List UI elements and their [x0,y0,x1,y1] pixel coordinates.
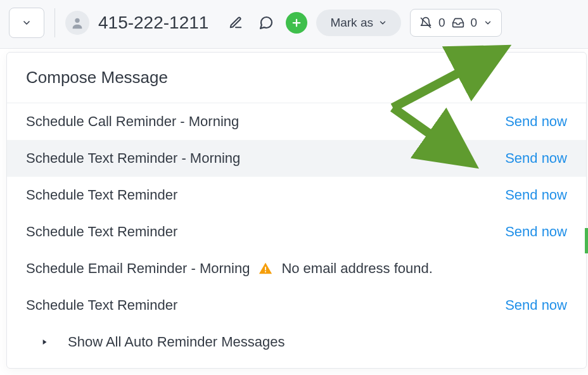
reminder-label: Schedule Text Reminder [26,297,177,314]
chevron-down-icon [378,18,387,27]
warning-icon [259,262,272,276]
mark-as-label: Mark as [330,16,373,30]
plus-icon [291,17,302,29]
reminder-label: Schedule Text Reminder [26,224,177,240]
send-now-link[interactable]: Send now [505,297,567,314]
counters-dropdown[interactable]: 0 0 [410,9,502,37]
chat-bubble-icon [259,15,274,30]
send-now-link[interactable]: Send now [505,150,567,167]
send-now-link[interactable]: Send now [505,113,567,130]
pencil-icon [229,16,243,30]
reminder-row[interactable]: Schedule Text Reminder Send now [7,177,586,213]
reminder-label: Schedule Call Reminder - Morning [26,113,239,130]
reminder-row[interactable]: Schedule Call Reminder - Morning Send no… [7,103,586,140]
person-icon [70,16,84,30]
caret-right-icon [40,338,49,346]
reminder-row[interactable]: Schedule Text Reminder Send now [7,213,586,250]
svg-marker-6 [43,340,47,345]
reminder-label: Schedule Email Reminder - Morning [26,260,250,277]
warning-text: No email address found. [281,260,432,277]
phone-number: 415-222-1211 [98,13,208,33]
panel-title: Compose Message [7,53,586,103]
reminder-count: 0 [438,16,445,30]
avatar [65,11,89,35]
reminder-row[interactable]: Schedule Text Reminder Send now [7,287,586,324]
svg-point-0 [75,18,79,23]
bell-off-icon [419,16,432,29]
show-all-label: Show All Auto Reminder Messages [68,334,284,350]
add-button[interactable] [286,12,307,34]
svg-rect-4 [265,267,266,270]
inbox-icon [452,16,464,29]
inbox-count: 0 [471,16,478,30]
chevron-down-icon [22,18,32,28]
reminder-label: Schedule Text Reminder - Morning [26,150,240,167]
chevron-down-icon [483,18,492,27]
svg-rect-5 [265,271,266,272]
chat-button[interactable] [255,12,277,34]
vertical-divider [54,8,55,37]
edit-button[interactable] [225,12,246,34]
reminder-row[interactable]: Schedule Text Reminder - Morning Send no… [7,140,586,177]
dropdown-button[interactable] [9,8,44,38]
mark-as-dropdown[interactable]: Mark as [316,10,401,36]
send-now-link[interactable]: Send now [505,224,567,240]
contact-toolbar: 415-222-1211 Mark as 0 0 [0,0,588,49]
compose-message-panel: Compose Message Schedule Call Reminder -… [6,52,587,369]
edge-indicator [585,228,588,253]
show-all-button[interactable]: Show All Auto Reminder Messages [7,324,586,368]
reminder-row[interactable]: Schedule Email Reminder - Morning No ema… [7,250,586,287]
reminder-label: Schedule Text Reminder [26,187,177,203]
send-now-link[interactable]: Send now [505,187,567,203]
